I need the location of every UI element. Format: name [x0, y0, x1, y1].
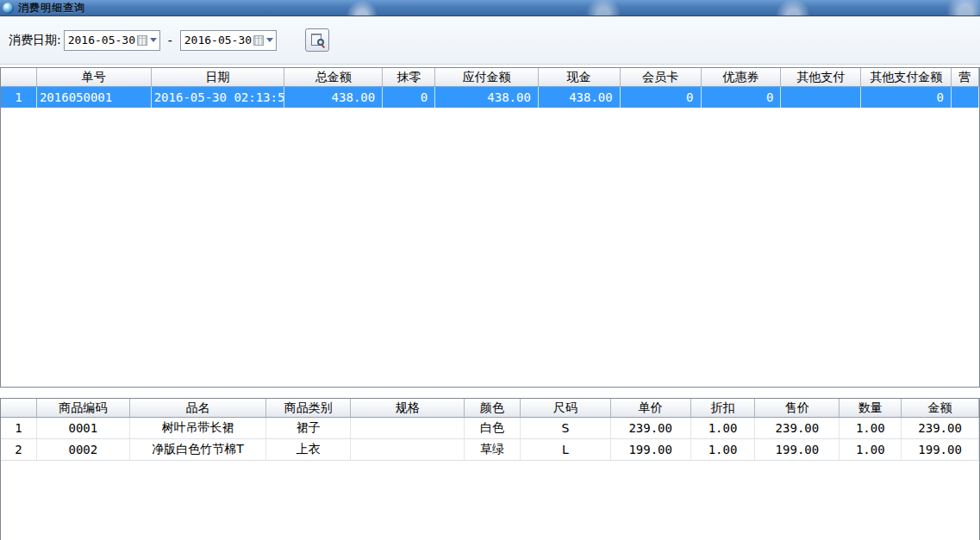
cell: 裙子 — [266, 418, 351, 438]
column-header[interactable]: 售价 — [755, 399, 840, 417]
column-header[interactable]: 商品编码 — [37, 399, 130, 417]
date-from-value: 2016-05-30 — [68, 34, 137, 47]
cell: L — [521, 439, 611, 460]
column-header[interactable]: 颜色 — [465, 399, 521, 417]
cell — [351, 418, 465, 438]
column-header[interactable]: 优惠券 — [702, 68, 782, 86]
calendar-icon — [137, 35, 147, 46]
cell: 0 — [383, 87, 435, 108]
table-header: 单号日期总金额抹零应付金额现金会员卡优惠券其他支付其他支付金额营 — [1, 68, 979, 87]
cell: 白色 — [465, 418, 521, 438]
column-header[interactable]: 营 — [952, 68, 979, 86]
cell — [781, 87, 861, 108]
app-globe-icon — [3, 3, 14, 14]
table-row[interactable]: 120160500012016-05-30 02:13:50438.000438… — [1, 87, 979, 108]
column-header[interactable]: 日期 — [152, 68, 285, 86]
column-header[interactable]: 折扣 — [691, 399, 756, 417]
cell: 树叶吊带长裙 — [130, 418, 267, 438]
search-icon — [310, 34, 324, 47]
date-range-label: 消费日期: — [9, 33, 61, 48]
date-from-input[interactable]: 2016-05-30 — [64, 30, 160, 51]
date-to-input[interactable]: 2016-05-30 — [180, 30, 277, 51]
cell: 199.00 — [902, 439, 979, 460]
cell: 1.00 — [691, 439, 756, 460]
column-header[interactable]: 其他支付金额 — [861, 68, 952, 86]
column-header[interactable]: 现金 — [539, 68, 621, 86]
cell: 2016050001 — [37, 87, 152, 108]
cell: 1 — [1, 418, 37, 438]
column-header[interactable]: 品名 — [130, 399, 267, 417]
column-header[interactable]: 规格 — [351, 399, 465, 417]
cell: 0 — [621, 87, 702, 108]
cell: 0 — [702, 87, 782, 108]
cell: 239.00 — [611, 418, 691, 438]
column-header[interactable]: 总金额 — [284, 68, 383, 86]
table-row[interactable]: 20002净版白色竹节棉T上衣草绿L199.001.00199.001.0019… — [1, 439, 979, 461]
column-header[interactable] — [1, 399, 37, 417]
chevron-down-icon[interactable] — [150, 38, 157, 42]
table-header: 商品编码品名商品类别规格颜色尺码单价折扣售价数量金额 — [1, 399, 979, 418]
column-header[interactable]: 会员卡 — [621, 68, 702, 86]
toolbar: 消费日期: 2016-05-30 - 2016-05-30 — [0, 16, 980, 65]
orders-table: 单号日期总金额抹零应付金额现金会员卡优惠券其他支付其他支付金额营12016050… — [0, 67, 980, 388]
cell: 1 — [1, 87, 37, 108]
chevron-down-icon[interactable] — [266, 38, 273, 42]
cell: 1.00 — [691, 418, 756, 438]
cell: 239.00 — [902, 418, 979, 438]
title-bar: 消费明细查询 — [0, 0, 980, 16]
calendar-icon — [253, 35, 264, 46]
date-range-separator: - — [168, 34, 172, 47]
cell: 上衣 — [266, 439, 351, 460]
column-header[interactable] — [1, 68, 37, 86]
cell: 199.00 — [611, 439, 691, 460]
cell: 0 — [861, 87, 952, 108]
items-table: 商品编码品名商品类别规格颜色尺码单价折扣售价数量金额10001树叶吊带长裙裙子白… — [0, 398, 980, 540]
column-header[interactable]: 单号 — [37, 68, 152, 86]
cell: 199.00 — [755, 439, 840, 460]
cell: 0001 — [37, 418, 130, 438]
cell — [952, 87, 979, 108]
column-header[interactable]: 商品类别 — [266, 399, 351, 417]
cell: 438.00 — [284, 87, 383, 108]
cell: 草绿 — [465, 439, 521, 460]
column-header[interactable]: 应付金额 — [435, 68, 539, 86]
cell: 0002 — [37, 439, 130, 460]
column-header[interactable]: 数量 — [840, 399, 902, 417]
cell: 1.00 — [840, 418, 902, 438]
cell: 438.00 — [539, 87, 621, 108]
query-button[interactable] — [305, 28, 329, 52]
cell: 2016-05-30 02:13:50 — [152, 87, 285, 108]
table-row[interactable]: 10001树叶吊带长裙裙子白色S239.001.00239.001.00239.… — [1, 418, 979, 439]
cell — [351, 439, 465, 460]
window-title: 消费明细查询 — [18, 1, 85, 16]
cell: 净版白色竹节棉T — [130, 439, 267, 460]
cell: 239.00 — [755, 418, 840, 438]
cell: S — [521, 418, 611, 438]
date-to-value: 2016-05-30 — [184, 34, 253, 47]
column-header[interactable]: 单价 — [611, 399, 691, 417]
cell: 2 — [1, 439, 37, 460]
column-header[interactable]: 其他支付 — [781, 68, 861, 86]
column-header[interactable]: 金额 — [902, 399, 979, 417]
cell: 1.00 — [840, 439, 902, 460]
column-header[interactable]: 尺码 — [521, 399, 611, 417]
column-header[interactable]: 抹零 — [383, 68, 435, 86]
spacer — [0, 388, 980, 398]
cell: 438.00 — [435, 87, 539, 108]
